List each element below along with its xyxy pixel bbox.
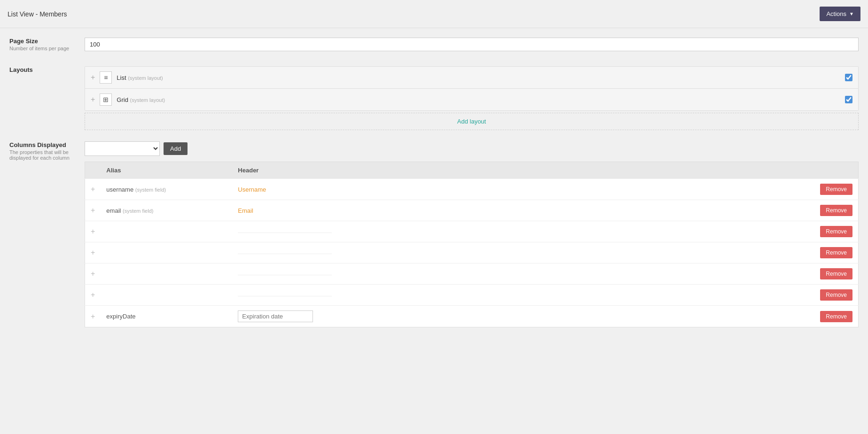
- header-value: [238, 249, 332, 256]
- row-drag-icon[interactable]: +: [91, 227, 95, 235]
- page-size-section: Page Size Number of items per page: [9, 38, 859, 55]
- table-row: + expiryDate Remove: [85, 306, 859, 327]
- table-row: + email (system field) Email Remove: [85, 200, 859, 221]
- col-alias-header: Alias: [101, 162, 232, 179]
- layout-list-checkbox[interactable]: [845, 74, 852, 81]
- col-action-header: [812, 162, 859, 179]
- table-row: + Remove: [85, 221, 859, 242]
- col-header-header: Header: [232, 162, 811, 179]
- columns-select[interactable]: [85, 141, 160, 156]
- row-drag-icon[interactable]: +: [91, 185, 95, 193]
- page-title: List View - Members: [8, 10, 67, 18]
- layouts-label: Layouts: [9, 66, 75, 73]
- row-drag-icon[interactable]: +: [91, 312, 95, 320]
- row-drag-icon[interactable]: +: [91, 206, 95, 214]
- columns-label-col: Columns Displayed The properties that wi…: [9, 141, 75, 164]
- header-value: Email: [238, 207, 253, 214]
- row-drag-icon[interactable]: +: [91, 291, 95, 299]
- header-value: [238, 292, 332, 299]
- actions-label: Actions: [826, 10, 846, 17]
- table-row: + Remove: [85, 264, 859, 285]
- layout-grid-plus-icon[interactable]: +: [91, 95, 95, 104]
- list-icon: ≡: [100, 71, 112, 84]
- expiry-header-input[interactable]: [238, 310, 313, 322]
- page-size-input[interactable]: [85, 38, 859, 51]
- add-layout-button[interactable]: Add layout: [85, 113, 859, 130]
- page-size-sublabel: Number of items per page: [9, 46, 75, 51]
- header-value: Username: [238, 186, 266, 193]
- layout-list-system-label: (system layout): [128, 75, 163, 81]
- remove-button[interactable]: Remove: [820, 184, 852, 195]
- layout-grid-system-label: (system layout): [130, 97, 165, 103]
- layouts-container: + ≡ List (system layout) + ⊞ Grid (syste…: [85, 66, 859, 111]
- layouts-right-col: + ≡ List (system layout) + ⊞ Grid (syste…: [85, 66, 859, 130]
- page-size-input-col: [85, 38, 859, 51]
- layout-list-name: List (system layout): [117, 74, 840, 81]
- row-drag-icon[interactable]: +: [91, 248, 95, 256]
- layout-grid-checkbox[interactable]: [845, 96, 852, 103]
- columns-section: Columns Displayed The properties that wi…: [9, 141, 859, 327]
- columns-label: Columns Displayed: [9, 141, 75, 148]
- grid-icon: ⊞: [100, 93, 112, 106]
- layouts-label-col: Layouts: [9, 66, 75, 74]
- actions-button[interactable]: Actions ▼: [820, 7, 860, 21]
- table-row: + Remove: [85, 242, 859, 264]
- layout-list-plus-icon[interactable]: +: [91, 73, 95, 82]
- table-row: + username (system field) Username Remov…: [85, 179, 859, 200]
- remove-button[interactable]: Remove: [820, 205, 852, 216]
- add-column-button[interactable]: Add: [164, 142, 188, 155]
- main-content: Page Size Number of items per page Layou…: [0, 28, 868, 348]
- columns-table-body: + username (system field) Username Remov…: [85, 179, 859, 327]
- columns-sublabel: The properties that will be displayed fo…: [9, 149, 75, 161]
- layout-row-list: + ≡ List (system layout): [85, 67, 858, 89]
- layouts-section: Layouts + ≡ List (system layout) + ⊞: [9, 66, 859, 130]
- columns-table-header: Alias Header: [85, 162, 859, 179]
- page-size-label: Page Size: [9, 38, 75, 45]
- remove-button[interactable]: Remove: [820, 311, 852, 322]
- remove-button[interactable]: Remove: [820, 247, 852, 258]
- page-size-label-col: Page Size Number of items per page: [9, 38, 75, 55]
- header-value: [238, 271, 332, 278]
- row-drag-icon[interactable]: +: [91, 270, 95, 278]
- alias-text: expiryDate: [106, 313, 135, 320]
- header-value: [238, 228, 332, 235]
- alias-text: username (system field): [106, 186, 166, 193]
- columns-table: Alias Header + username (system field) U…: [85, 162, 859, 327]
- top-bar: List View - Members Actions ▼: [0, 0, 868, 28]
- table-row: + Remove: [85, 285, 859, 306]
- remove-button[interactable]: Remove: [820, 268, 852, 279]
- layout-grid-name: Grid (system layout): [117, 96, 840, 103]
- col-drag-header: [85, 162, 101, 179]
- columns-right-col: Add Alias Header + username (system fiel: [85, 141, 859, 327]
- chevron-down-icon: ▼: [849, 11, 854, 16]
- layout-row-grid: + ⊞ Grid (system layout): [85, 89, 858, 110]
- remove-button[interactable]: Remove: [820, 289, 852, 301]
- remove-button[interactable]: Remove: [820, 226, 852, 237]
- columns-control: Add: [85, 141, 859, 156]
- alias-text: email (system field): [106, 207, 153, 214]
